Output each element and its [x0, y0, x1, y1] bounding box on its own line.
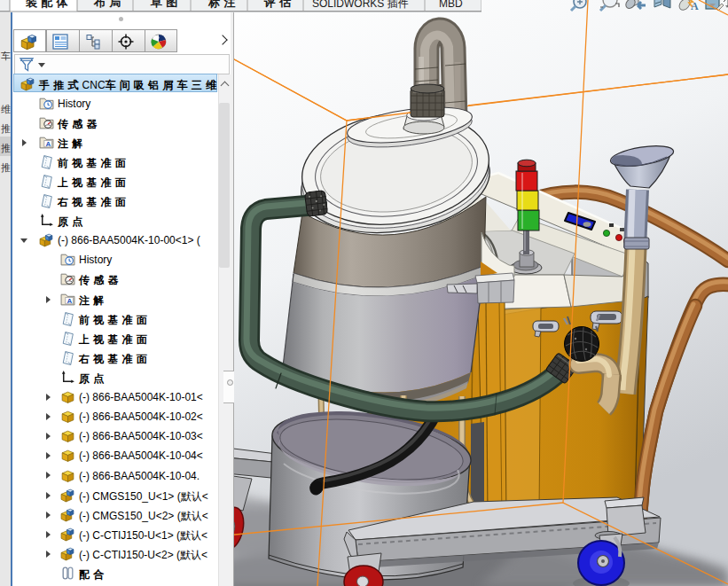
svg-text:MBD: MBD: [439, 0, 463, 10]
svg-text:标注: 标注: [207, 0, 239, 9]
svg-text:SOLIDWORKS 插件: SOLIDWORKS 插件: [312, 0, 409, 10]
svg-text:A: A: [691, 0, 699, 12]
svg-text:草图: 草图: [150, 0, 181, 9]
svg-text:评估: 评估: [263, 0, 294, 9]
svg-text:布局: 布局: [93, 0, 124, 9]
svg-text:装配体: 装配体: [25, 0, 72, 9]
